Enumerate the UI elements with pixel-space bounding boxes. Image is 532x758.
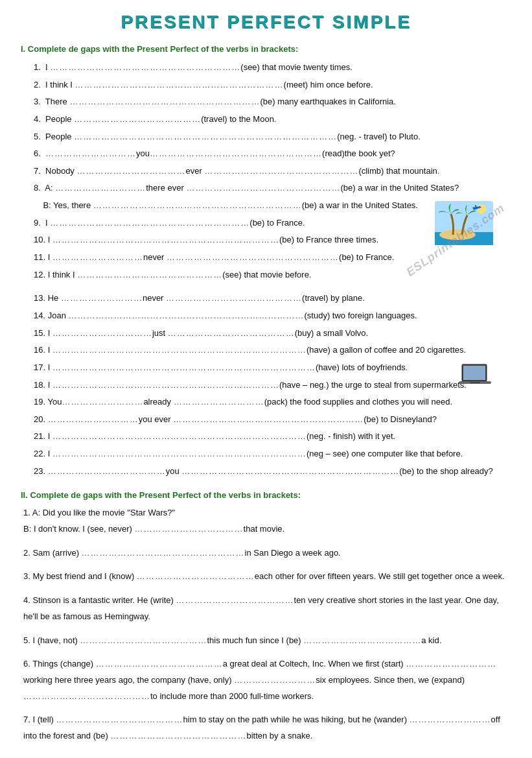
s2-item-4: 4. Stinson is a fantastic writer. He (wr…	[23, 593, 511, 624]
item-22: 22. I …………………………………………………………………………(neg –…	[34, 445, 511, 463]
section1-items2: 13. He ………………………never ………………………………………(tr…	[21, 290, 511, 480]
item-3: 3. There ………………………………………………………(be) many …	[34, 93, 511, 111]
laptop-decoration	[458, 363, 492, 388]
section1-title: I. Complete de gaps with the Present Per…	[21, 44, 511, 54]
section1-items: 1. I ………………………………………………………(see) that mov…	[21, 59, 511, 283]
item-23: 23. …………………………………you ……………………………………………………	[34, 463, 511, 480]
s2-item-7: 7. I (tell) ……………………………………him to stay on…	[23, 712, 511, 744]
item-15: 15. I ……………………………just ……………………………………(buy…	[34, 325, 511, 342]
item-11: 11. I …………………………never …………………………………………………	[34, 249, 511, 266]
item-6: 6. …………………………you…………………………………………………(read…	[34, 145, 511, 163]
s2-item-6: 6. Things (change) ……………………………………a great…	[23, 656, 511, 704]
palm-decoration	[435, 201, 493, 245]
section1-block: I. Complete de gaps with the Present Per…	[21, 44, 511, 480]
s2-item-1: 1. A: Did you like the movie "Star Wars?…	[23, 505, 511, 537]
item-21: 21. I …………………………………………………………………………(neg. …	[34, 428, 511, 445]
s2-item-3: 3. My best friend and I (know) …………………………	[23, 569, 511, 585]
svg-rect-5	[463, 366, 485, 380]
section2-items: 1. A: Did you like the movie "Star Wars?…	[21, 505, 511, 744]
item-12: 12. I think I …………………………………………(see) that…	[34, 266, 511, 284]
item-20: 20. …………………………you ever ………………………………………………	[34, 411, 511, 429]
section2-block: II. Complete de gaps with the Present Pe…	[21, 490, 511, 744]
item-13: 13. He ………………………never ………………………………………(tr…	[34, 290, 511, 307]
page-title: PRESENT PERFECT SIMPLE	[21, 12, 511, 32]
item-1: 1. I ………………………………………………………(see) that mov…	[34, 59, 511, 77]
item-8a: 8. A: …………………………there ever ……………………………………	[34, 180, 511, 197]
svg-point-1	[477, 204, 486, 213]
item-7: 7. Nobody ………………………………ever ……………………………………	[34, 163, 511, 180]
item-5: 5. People ……………………………………………………………………………(…	[34, 128, 511, 146]
section2-title: II. Complete de gaps with the Present Pe…	[21, 490, 511, 500]
s2-item-2: 2. Sam (arrive) ………………………………………………in San…	[23, 545, 511, 562]
s2-item-5: 5. I (have, not) ……………………………………this much…	[23, 633, 511, 649]
item-16: 16. I …………………………………………………………………………(have)…	[34, 342, 511, 359]
item-4: 4. People ……………………………………(travel) to the …	[34, 111, 511, 128]
item-17: 17. I ……………………………………………………………………………(have…	[34, 359, 511, 377]
item-14: 14. Joan ……………………………………………………………………(stud…	[34, 307, 511, 325]
svg-rect-7	[470, 382, 480, 383]
svg-point-3	[439, 230, 476, 240]
item-18: 18. I …………………………………………………………………(have – n…	[34, 377, 511, 394]
item-2: 2. I think I ……………………………………………………………(mee…	[34, 77, 511, 94]
item-19: 19. You………………………already …………………………(pack)…	[34, 394, 511, 411]
